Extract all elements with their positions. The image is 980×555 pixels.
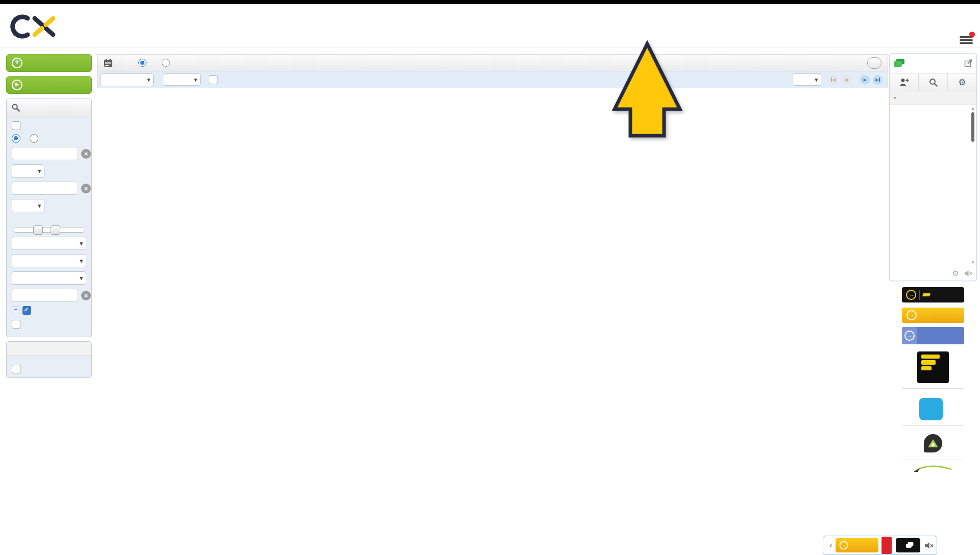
teletrac-navman-logo[interactable] <box>889 434 977 452</box>
chevron-down-icon: ▾ <box>194 77 197 83</box>
groups-panel <box>6 341 92 378</box>
freight-messenger-button[interactable] <box>896 538 920 552</box>
my-subcontractors-checkbox[interactable] <box>12 320 20 329</box>
slider-handle-max[interactable] <box>51 225 60 235</box>
chat-icon <box>894 59 905 68</box>
to-location-input[interactable] <box>12 182 78 195</box>
collapse-bar-chevron[interactable]: ‹ <box>829 540 832 550</box>
radar-view-radio[interactable] <box>159 59 173 67</box>
list-view-radio[interactable] <box>135 59 150 67</box>
chevron-down-icon: ▾ <box>147 77 150 83</box>
arrow-circle-icon <box>906 290 916 300</box>
save-as-default[interactable] <box>12 121 86 130</box>
last-page-icon[interactable]: ▶ <box>873 75 883 85</box>
gear-icon[interactable]: ⚙ <box>952 269 959 278</box>
bottom-float-bar: ‹ <box>823 536 937 555</box>
menu-icon[interactable] <box>960 35 973 45</box>
radius-select[interactable]: ▾ <box>12 164 44 178</box>
chevron-down-icon: ▾ <box>80 275 83 282</box>
need-insurance-ad[interactable] <box>902 327 964 344</box>
messenger-panel: ⚙ ▾ ▲ ▼ ⚙ <box>889 53 977 281</box>
inc-sold-checkbox[interactable] <box>209 75 217 84</box>
search-contacts-button[interactable] <box>919 73 948 91</box>
webfleet-logo[interactable] <box>889 465 977 472</box>
filter-bar: ▾ ▾ ▾ ◀ ◀ ▶ ▶ <box>97 71 888 88</box>
post-load-button[interactable] <box>6 54 92 72</box>
chevron-down-icon: ▾ <box>815 77 818 83</box>
courier-exchange-logo[interactable] <box>8 13 62 40</box>
chevron-down-icon: ▾ <box>38 203 41 209</box>
next-page-icon[interactable]: ▶ <box>860 75 870 85</box>
uk-roi-radio[interactable] <box>12 134 20 143</box>
posted-within-select[interactable]: ▾ <box>163 73 201 86</box>
divider <box>902 460 964 460</box>
collapse-job-icon[interactable] <box>12 307 19 314</box>
arrow-circle-icon <box>904 331 915 341</box>
clear-to-icon[interactable] <box>81 184 91 193</box>
group-option-checkbox[interactable] <box>12 365 20 373</box>
mute-icon[interactable] <box>924 542 934 549</box>
radius-to-select[interactable]: ▾ <box>12 199 44 212</box>
ferry-shape <box>922 293 930 296</box>
bcd-logo[interactable] <box>897 398 969 420</box>
live-tab[interactable] <box>881 537 892 554</box>
book-direct-button[interactable] <box>6 76 92 94</box>
first-page-icon[interactable]: ◀ <box>828 75 838 85</box>
groups-header <box>7 342 91 356</box>
deals-button[interactable] <box>836 538 878 552</box>
euro-radio[interactable] <box>30 134 38 143</box>
member-input[interactable] <box>12 289 78 302</box>
slider-handle-min[interactable] <box>33 225 43 235</box>
truck-bar-icon <box>921 355 940 359</box>
refresh-button[interactable] <box>867 57 881 69</box>
book-a-ferry-ad[interactable] <box>902 287 964 302</box>
notification-dot <box>969 32 975 37</box>
webfleet-swoosh-icon <box>913 465 953 472</box>
freight-type-select[interactable]: ▾ <box>12 271 86 285</box>
truck-bar-icon <box>921 366 932 370</box>
scroll-down-icon[interactable]: ▼ <box>970 260 976 265</box>
clear-from-icon[interactable] <box>81 149 91 159</box>
chevron-down-icon: ▾ <box>80 258 83 264</box>
my-company-section[interactable]: ▾ <box>890 91 976 105</box>
app-header <box>0 4 980 47</box>
pagination: ▾ ◀ ◀ ▶ ▶ <box>793 73 884 86</box>
chevron-down-icon: ▾ <box>38 168 41 174</box>
body-type-select[interactable]: ▾ <box>12 237 86 250</box>
search-sidebar: ▾ ▾ <box>6 54 92 555</box>
search-icon <box>929 78 938 87</box>
inc-sold-checkbox-row[interactable] <box>206 75 220 84</box>
save-default-checkbox[interactable] <box>12 121 20 130</box>
add-contact-button[interactable] <box>890 73 919 91</box>
clear-member-icon[interactable] <box>81 291 91 300</box>
deals-ad[interactable] <box>902 308 964 323</box>
date-select[interactable]: ▾ <box>12 254 86 267</box>
arrow-circle-icon <box>906 310 917 320</box>
divider <box>902 425 964 426</box>
truck-bar-icon <box>921 360 936 365</box>
popout-icon[interactable] <box>964 59 972 67</box>
gear-icon: ⚙ <box>958 77 966 88</box>
add-contact-icon <box>899 78 909 86</box>
scroll-up-icon[interactable]: ▲ <box>970 106 976 111</box>
from-location-input[interactable] <box>12 147 78 160</box>
quick-search-select[interactable]: ▾ <box>101 73 154 86</box>
arrow-circle-icon <box>839 541 848 550</box>
scrollbar-thumb[interactable] <box>971 112 974 142</box>
job-description-checkbox[interactable] <box>22 306 31 315</box>
calendar-icon <box>104 58 113 67</box>
top-strip <box>0 0 980 4</box>
results-area: ▾ ▾ ▾ ◀ ◀ ▶ ▶ <box>97 54 888 555</box>
plus-icon <box>12 58 22 68</box>
bcd-bubble-icon <box>919 398 943 420</box>
page-size-select[interactable]: ▾ <box>793 73 821 86</box>
divider <box>902 388 964 389</box>
prev-page-icon[interactable]: ◀ <box>841 75 851 85</box>
contacts-scrollbar[interactable]: ▲ ▼ <box>970 105 976 266</box>
freightlink-logo[interactable] <box>917 351 949 383</box>
vehicle-size-slider[interactable] <box>13 227 85 233</box>
messenger-settings-button[interactable]: ⚙ <box>948 73 976 91</box>
mute-icon[interactable] <box>964 270 972 277</box>
right-rail: ⚙ ▾ ▲ ▼ ⚙ <box>889 53 977 555</box>
play-icon <box>12 80 22 90</box>
